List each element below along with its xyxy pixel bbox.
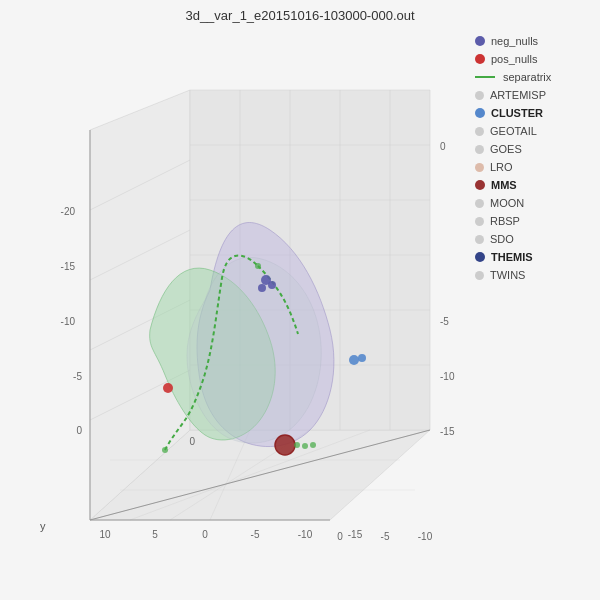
twins-label: TWINS: [490, 269, 525, 281]
themis-marker: [475, 252, 485, 262]
svg-text:-10: -10: [298, 529, 313, 540]
goes-label: GOES: [490, 143, 522, 155]
svg-point-29: [275, 435, 295, 455]
pos-nulls-label: pos_nulls: [491, 53, 537, 65]
legend-item-goes: GOES: [475, 143, 595, 155]
neg-nulls-marker: [475, 36, 485, 46]
svg-point-36: [310, 442, 316, 448]
svg-text:5: 5: [152, 529, 158, 540]
lro-label: LRO: [490, 161, 513, 173]
legend-item-pos-nulls: pos_nulls: [475, 53, 595, 65]
moon-marker: [475, 199, 484, 208]
svg-text:-5: -5: [251, 529, 260, 540]
legend-item-artemisp: ARTEMISP: [475, 89, 595, 101]
twins-marker: [475, 271, 484, 280]
chart-title: 3d__var_1_e20151016-103000-000.out: [0, 0, 600, 23]
cluster-marker: [475, 108, 485, 118]
moon-label: MOON: [490, 197, 524, 209]
mms-marker: [475, 180, 485, 190]
svg-text:-15: -15: [61, 261, 76, 272]
svg-point-34: [294, 442, 300, 448]
svg-point-27: [258, 284, 266, 292]
separatrix-line: [475, 76, 495, 78]
legend-item-sdo: SDO: [475, 233, 595, 245]
legend-item-mms: MMS: [475, 179, 595, 191]
svg-text:-10: -10: [440, 371, 455, 382]
svg-point-33: [255, 263, 261, 269]
svg-text:0: 0: [189, 436, 195, 447]
rbsp-label: RBSP: [490, 215, 520, 227]
sdo-marker: [475, 235, 484, 244]
legend-item-cluster: CLUSTER: [475, 107, 595, 119]
svg-text:-5: -5: [440, 316, 449, 327]
separatrix-label: separatrix: [503, 71, 551, 83]
svg-text:0: 0: [440, 141, 446, 152]
svg-text:-5: -5: [381, 531, 390, 542]
legend-item-rbsp: RBSP: [475, 215, 595, 227]
legend-item-themis: THEMIS: [475, 251, 595, 263]
svg-text:-10: -10: [418, 531, 433, 542]
legend-item-lro: LRO: [475, 161, 595, 173]
svg-point-35: [302, 443, 308, 449]
svg-point-31: [358, 354, 366, 362]
main-container: 3d__var_1_e20151016-103000-000.out: [0, 0, 600, 600]
svg-point-32: [162, 447, 168, 453]
svg-point-26: [268, 281, 276, 289]
svg-point-30: [349, 355, 359, 365]
svg-text:y: y: [40, 520, 46, 532]
themis-label: THEMIS: [491, 251, 533, 263]
legend-item-separatrix: separatrix: [475, 71, 595, 83]
artemisp-label: ARTEMISP: [490, 89, 546, 101]
svg-text:-5: -5: [73, 371, 82, 382]
geotail-marker: [475, 127, 484, 136]
svg-text:-10: -10: [61, 316, 76, 327]
rbsp-marker: [475, 217, 484, 226]
svg-text:0: 0: [76, 425, 82, 436]
mms-label: MMS: [491, 179, 517, 191]
sdo-label: SDO: [490, 233, 514, 245]
legend-item-twins: TWINS: [475, 269, 595, 281]
svg-text:0: 0: [337, 531, 343, 542]
svg-text:-15: -15: [348, 529, 363, 540]
legend-item-geotail: GEOTAIL: [475, 125, 595, 137]
geotail-label: GEOTAIL: [490, 125, 537, 137]
artemisp-marker: [475, 91, 484, 100]
legend-item-moon: MOON: [475, 197, 595, 209]
svg-text:0: 0: [202, 529, 208, 540]
svg-text:-20: -20: [61, 206, 76, 217]
legend-item-neg-nulls: neg_nulls: [475, 35, 595, 47]
lro-marker: [475, 163, 484, 172]
cluster-label: CLUSTER: [491, 107, 543, 119]
legend: neg_nulls pos_nulls separatrix ARTEMISP …: [475, 35, 595, 281]
neg-nulls-label: neg_nulls: [491, 35, 538, 47]
pos-nulls-marker: [475, 54, 485, 64]
svg-text:10: 10: [99, 529, 111, 540]
goes-marker: [475, 145, 484, 154]
plot-svg: 0 0 -5 -10 0 -5 -10 -15 -20 10 5 0 -5 -1…: [10, 30, 460, 585]
svg-text:-15: -15: [440, 426, 455, 437]
svg-point-28: [163, 383, 173, 393]
plot-area: 0 0 -5 -10 0 -5 -10 -15 -20 10 5 0 -5 -1…: [10, 30, 460, 585]
